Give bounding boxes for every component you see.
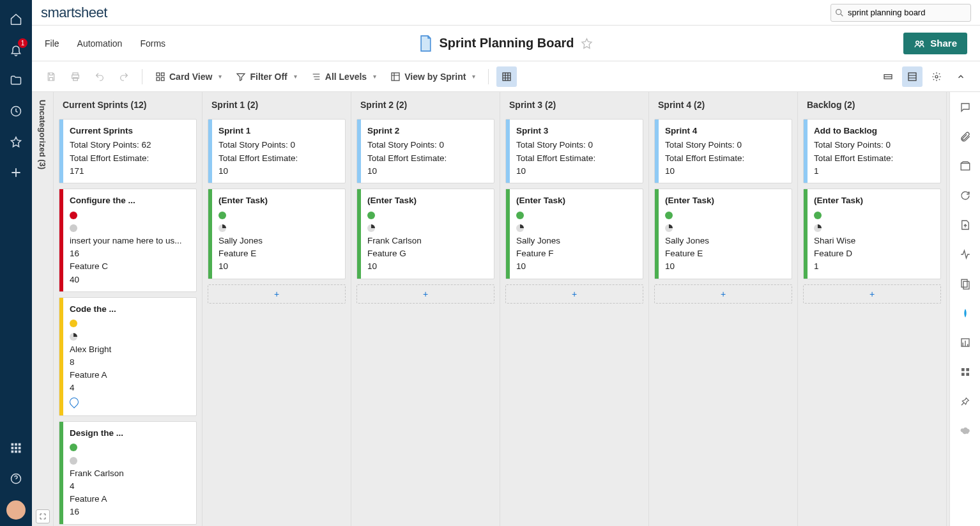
summary-card[interactable]: Sprint 3Total Story Points: 0Total Effor… (505, 119, 643, 183)
dynamic-view-icon[interactable] (956, 363, 974, 381)
svg-rect-27 (961, 279, 967, 287)
card-layout-button[interactable] (902, 66, 923, 87)
activity-log-icon[interactable] (956, 245, 974, 263)
settings-button[interactable] (926, 66, 947, 87)
publish-icon[interactable] (956, 216, 974, 234)
svg-rect-33 (966, 373, 969, 376)
summary-icon[interactable] (956, 275, 974, 293)
lane-header[interactable]: Sprint 2 (2) (356, 98, 494, 114)
uncategorized-lane[interactable]: Uncategorized (3) (32, 92, 54, 526)
pin-icon[interactable] (956, 392, 974, 410)
menu-file[interactable]: File (45, 38, 59, 49)
svg-rect-4 (11, 447, 14, 449)
svg-rect-5 (15, 447, 17, 449)
card-view-dropdown[interactable]: Card View (150, 66, 227, 87)
lane-header[interactable]: Current Sprints (12) (59, 98, 197, 114)
nav-apps[interactable] (3, 435, 29, 461)
svg-rect-30 (961, 368, 965, 371)
search-icon (834, 8, 845, 18)
summary-card[interactable]: Current SprintsTotal Story Points: 62Tot… (59, 119, 197, 183)
nav-help[interactable] (3, 466, 29, 491)
kanban-board: Uncategorized (3) Current Sprints (12)Cu… (32, 92, 949, 526)
svg-rect-3 (19, 444, 21, 446)
print-button[interactable] (65, 66, 86, 87)
favorite-star-icon[interactable] (581, 37, 593, 50)
conversations-icon[interactable] (956, 98, 974, 116)
menu-forms[interactable]: Forms (140, 38, 165, 49)
attachments-icon[interactable] (956, 128, 974, 146)
summary-card[interactable]: Sprint 2Total Story Points: 0Total Effor… (356, 119, 494, 183)
nav-browse[interactable] (3, 68, 29, 93)
svg-rect-7 (11, 451, 14, 453)
lane: Backlog (2)Add to BacklogTotal Story Poi… (798, 92, 947, 526)
task-card[interactable]: Code the ...Alex Bright8Feature A4 (59, 297, 197, 416)
levels-label: All Levels (325, 72, 367, 82)
menubar: File Automation Forms Sprint Planning Bo… (32, 26, 980, 61)
task-card[interactable]: Design the ...Frank Carlson4Feature A16 (59, 421, 197, 525)
task-card[interactable]: (Enter Task)Sally JonesFeature E10 (654, 189, 792, 279)
toolbar: Card View Filter Off All Levels View by … (32, 61, 980, 92)
brandfolder-icon[interactable] (956, 304, 974, 322)
task-card[interactable]: (Enter Task)Shari WiseFeature D1 (803, 189, 941, 279)
user-avatar[interactable] (6, 500, 26, 520)
salesforce-icon[interactable] (956, 422, 974, 440)
workapps-icon[interactable] (956, 334, 974, 352)
summary-card[interactable]: Add to BacklogTotal Story Points: 0Total… (803, 119, 941, 183)
nav-notifications[interactable]: 1 (3, 37, 29, 63)
task-card[interactable]: (Enter Task)Frank CarlsonFeature G10 (356, 189, 494, 279)
right-rail (949, 92, 980, 526)
redo-button[interactable] (114, 66, 134, 87)
svg-rect-28 (963, 281, 969, 289)
save-button[interactable] (41, 66, 61, 87)
svg-rect-1 (11, 444, 14, 446)
task-card[interactable]: (Enter Task)Sally JonesFeature E10 (208, 189, 346, 279)
lane-header[interactable]: Sprint 4 (2) (654, 98, 792, 114)
svg-rect-21 (392, 73, 399, 81)
add-card-button[interactable]: + (208, 284, 346, 304)
add-card-button[interactable]: + (356, 284, 494, 304)
svg-rect-22 (503, 73, 510, 81)
svg-rect-26 (961, 164, 970, 171)
view-by-dropdown[interactable]: View by Sprint (385, 66, 480, 87)
lane-header[interactable]: Sprint 3 (2) (505, 98, 643, 114)
summary-card[interactable]: Sprint 4Total Story Points: 0Total Effor… (654, 119, 792, 183)
add-card-button[interactable]: + (803, 284, 941, 304)
svg-rect-17 (157, 73, 160, 76)
svg-point-25 (935, 75, 938, 78)
filter-dropdown[interactable]: Filter Off (231, 66, 302, 87)
lane-header[interactable]: Sprint 1 (2) (208, 98, 346, 114)
add-card-button[interactable]: + (654, 284, 792, 304)
update-requests-icon[interactable] (956, 187, 974, 205)
share-label: Share (930, 38, 957, 49)
collapse-button[interactable] (951, 66, 971, 87)
search-input[interactable] (831, 4, 971, 22)
svg-rect-24 (908, 73, 916, 81)
svg-rect-2 (15, 444, 17, 446)
summary-card[interactable]: Sprint 1Total Story Points: 0Total Effor… (208, 119, 346, 183)
svg-rect-19 (157, 77, 160, 81)
fullscreen-button[interactable] (36, 509, 50, 523)
compact-card-toggle[interactable] (496, 66, 517, 87)
filter-label: Filter Off (250, 72, 287, 82)
proofs-icon[interactable] (956, 157, 974, 175)
svg-point-13 (921, 41, 924, 44)
nav-recents[interactable] (3, 98, 29, 124)
nav-favorites[interactable] (3, 129, 29, 155)
share-button[interactable]: Share (903, 33, 967, 54)
lane-header[interactable]: Backlog (2) (803, 98, 941, 114)
undo-button[interactable] (89, 66, 110, 87)
svg-rect-20 (161, 77, 164, 81)
uncategorized-label: Uncategorized (3) (38, 100, 47, 169)
edit-lanes-button[interactable] (878, 66, 898, 87)
lane: Sprint 4 (2)Sprint 4Total Story Points: … (649, 92, 798, 526)
nav-home[interactable] (3, 6, 29, 32)
notification-badge: 1 (18, 38, 27, 48)
view-by-label: View by Sprint (404, 72, 466, 82)
nav-create[interactable] (3, 160, 29, 185)
sheet-icon (418, 35, 433, 52)
levels-dropdown[interactable]: All Levels (306, 66, 381, 87)
menu-automation[interactable]: Automation (77, 38, 123, 49)
add-card-button[interactable]: + (505, 284, 643, 304)
task-card[interactable]: Configure the ...insert your name here t… (59, 189, 197, 292)
task-card[interactable]: (Enter Task)Sally JonesFeature F10 (505, 189, 643, 279)
